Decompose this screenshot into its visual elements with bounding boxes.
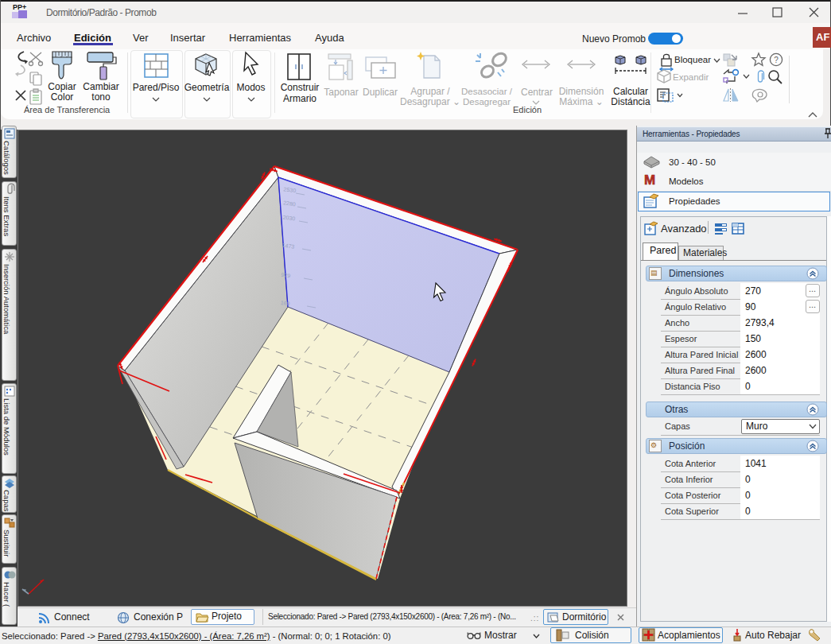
svg-text:?: ? bbox=[774, 56, 779, 64]
